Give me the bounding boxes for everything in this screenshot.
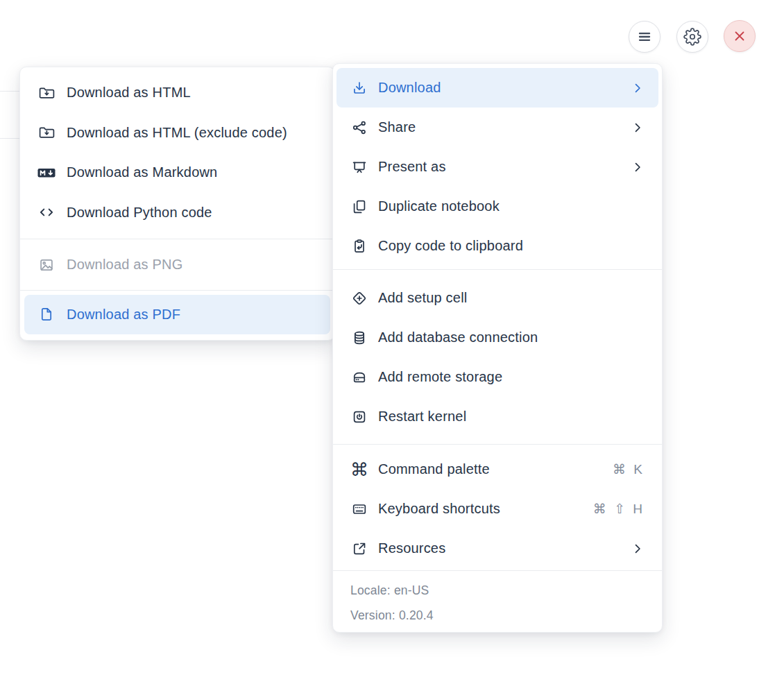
menu-item-command-palette[interactable]: ⌘ Command palette ⌘ K — [333, 450, 662, 489]
duplicate-icon — [350, 198, 368, 216]
background-divider — [0, 91, 20, 92]
hamburger-icon — [636, 28, 654, 46]
external-link-icon — [350, 540, 368, 558]
download-submenu: Download as HTML Download as HTML (exclu… — [19, 67, 335, 341]
submenu-separator — [20, 290, 334, 291]
chevron-right-icon — [631, 542, 645, 556]
app-screen: Download Share — [0, 0, 784, 684]
menu-item-duplicate-notebook[interactable]: Duplicate notebook — [333, 187, 662, 226]
close-icon — [732, 28, 747, 44]
menu-item-label: Duplicate notebook — [378, 198, 645, 214]
menu-item-add-setup-cell[interactable]: Add setup cell — [333, 278, 662, 318]
submenu-item-download-python-code[interactable]: Download Python code — [20, 193, 334, 233]
locale-info: Locale: en-US — [333, 578, 662, 603]
submenu-item-download-as-png[interactable]: Download as PNG — [20, 245, 334, 285]
folder-download-icon — [37, 123, 56, 142]
menu-item-label: Add setup cell — [378, 290, 645, 306]
presentation-icon — [350, 158, 368, 176]
folder-download-icon — [37, 84, 56, 102]
submenu-item-label: Download as Markdown — [67, 164, 217, 180]
menu-item-present-as[interactable]: Present as — [333, 147, 662, 187]
menu-item-restart-kernel[interactable]: Restart kernel — [333, 397, 662, 436]
notebook-menu: Download Share — [332, 63, 663, 633]
chevron-right-icon — [631, 121, 645, 135]
menu-item-download[interactable]: Download — [336, 68, 658, 108]
menu-item-keyboard-shortcuts[interactable]: Keyboard shortcuts ⌘ ⇧ H — [333, 489, 662, 529]
keyboard-icon — [350, 500, 368, 518]
submenu-item-download-as-markdown[interactable]: Download as Markdown — [20, 153, 334, 193]
submenu-item-label: Download as HTML (exclude code) — [67, 125, 287, 141]
menu-item-add-remote-storage[interactable]: Add remote storage — [333, 357, 662, 397]
menu-separator — [333, 444, 662, 445]
menu-button[interactable] — [629, 21, 661, 53]
menu-item-label: Add database connection — [378, 330, 645, 345]
menu-item-label: Share — [378, 119, 631, 135]
menu-item-label: Present as — [378, 159, 631, 175]
submenu-item-label: Download as PDF — [67, 307, 180, 323]
markdown-icon — [37, 164, 56, 182]
code-icon — [37, 203, 56, 221]
chevron-right-icon — [631, 160, 645, 174]
menu-item-add-database-connection[interactable]: Add database connection — [333, 318, 662, 357]
file-icon — [37, 305, 56, 323]
version-info: Version: 0.20.4 — [333, 603, 662, 628]
clipboard-copy-icon — [350, 237, 368, 255]
submenu-item-label: Download as PNG — [67, 257, 183, 273]
image-icon — [37, 256, 56, 274]
submenu-item-label: Download as HTML — [67, 85, 191, 101]
menu-item-resources[interactable]: Resources — [333, 529, 662, 568]
power-icon — [350, 408, 368, 426]
download-icon — [350, 79, 368, 97]
menu-item-label: Copy code to clipboard — [378, 238, 645, 254]
menu-item-copy-code[interactable]: Copy code to clipboard — [333, 226, 662, 266]
submenu-item-label: Download Python code — [67, 205, 212, 221]
chevron-right-icon — [631, 81, 645, 95]
menu-separator — [333, 269, 662, 270]
command-icon: ⌘ — [350, 461, 368, 479]
menu-item-label: Restart kernel — [378, 409, 645, 425]
diamond-plus-icon — [350, 289, 368, 307]
submenu-item-download-as-pdf[interactable]: Download as PDF — [24, 295, 330, 335]
storage-drive-icon — [350, 368, 368, 386]
menu-footer: Locale: en-US Version: 0.20.4 — [333, 571, 662, 632]
menu-item-label: Command palette — [378, 461, 613, 477]
database-icon — [350, 329, 368, 347]
background-divider — [0, 138, 20, 139]
menu-item-label: Download — [378, 80, 631, 96]
share-icon — [350, 119, 368, 137]
submenu-item-download-as-html[interactable]: Download as HTML — [20, 73, 334, 113]
shortcut-hint: ⌘ K — [613, 461, 645, 477]
close-button[interactable] — [724, 20, 756, 52]
settings-button[interactable] — [676, 21, 708, 53]
gear-icon — [683, 28, 701, 46]
menu-item-label: Resources — [378, 540, 631, 556]
menu-item-label: Add remote storage — [378, 369, 645, 385]
shortcut-hint: ⌘ ⇧ H — [593, 501, 645, 517]
menu-item-share[interactable]: Share — [333, 108, 662, 147]
submenu-separator — [20, 239, 334, 239]
submenu-item-download-as-html-exclude-code[interactable]: Download as HTML (exclude code) — [20, 113, 334, 153]
menu-item-label: Keyboard shortcuts — [378, 501, 593, 517]
